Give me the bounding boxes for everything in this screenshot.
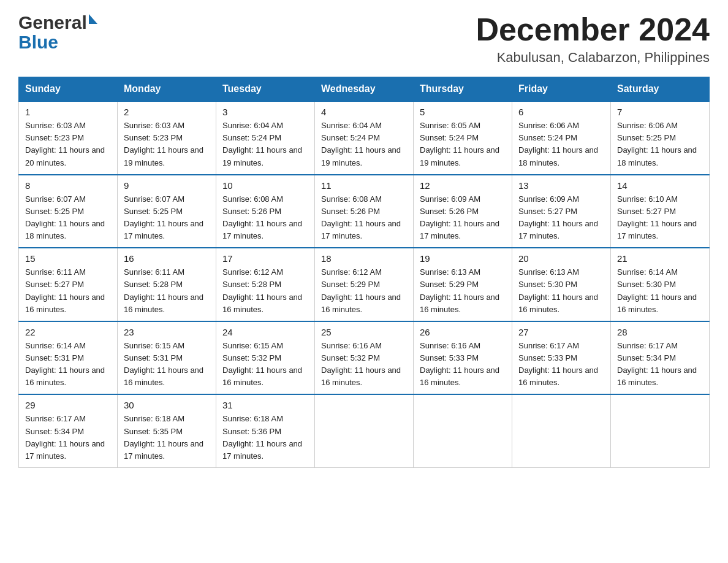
col-tuesday: Tuesday (216, 77, 315, 102)
calendar-header-row: Sunday Monday Tuesday Wednesday Thursday… (19, 77, 710, 102)
day-info: Sunrise: 6:17 AMSunset: 5:33 PMDaylight:… (518, 340, 604, 389)
day-number: 30 (124, 400, 210, 410)
calendar-cell: 30Sunrise: 6:18 AMSunset: 5:35 PMDayligh… (118, 394, 216, 467)
page-header: General Blue December 2024 Kabulusan, Ca… (18, 12, 710, 66)
calendar-cell: 26Sunrise: 6:16 AMSunset: 5:33 PMDayligh… (414, 321, 512, 395)
calendar-cell: 21Sunrise: 6:14 AMSunset: 5:30 PMDayligh… (611, 248, 710, 321)
day-info: Sunrise: 6:13 AMSunset: 5:29 PMDaylight:… (420, 266, 506, 316)
title-block: December 2024 Kabulusan, Calabarzon, Phi… (476, 12, 710, 66)
logo-blue-text: Blue (18, 33, 58, 52)
calendar-week-4: 22Sunrise: 6:14 AMSunset: 5:31 PMDayligh… (19, 321, 710, 395)
day-number: 22 (25, 327, 111, 337)
calendar-cell: 28Sunrise: 6:17 AMSunset: 5:34 PMDayligh… (611, 321, 710, 395)
calendar-cell: 22Sunrise: 6:14 AMSunset: 5:31 PMDayligh… (19, 321, 118, 395)
calendar-cell: 18Sunrise: 6:12 AMSunset: 5:29 PMDayligh… (315, 248, 414, 321)
col-saturday: Saturday (611, 77, 710, 102)
day-info: Sunrise: 6:06 AMSunset: 5:24 PMDaylight:… (518, 120, 604, 169)
day-number: 27 (518, 327, 604, 337)
day-info: Sunrise: 6:04 AMSunset: 5:24 PMDaylight:… (222, 120, 308, 169)
day-info: Sunrise: 6:16 AMSunset: 5:32 PMDaylight:… (321, 340, 407, 389)
calendar-cell: 20Sunrise: 6:13 AMSunset: 5:30 PMDayligh… (512, 248, 611, 321)
logo-general-text: General (18, 12, 87, 33)
day-info: Sunrise: 6:07 AMSunset: 5:25 PMDaylight:… (124, 193, 210, 243)
day-number: 20 (518, 253, 604, 264)
day-number: 16 (124, 253, 210, 264)
calendar-cell: 25Sunrise: 6:16 AMSunset: 5:32 PMDayligh… (315, 321, 414, 395)
day-number: 1 (25, 107, 111, 117)
day-number: 21 (617, 253, 703, 264)
day-info: Sunrise: 6:07 AMSunset: 5:25 PMDaylight:… (25, 193, 111, 243)
day-info: Sunrise: 6:12 AMSunset: 5:29 PMDaylight:… (321, 266, 407, 316)
logo-arrow-icon (89, 14, 97, 24)
calendar-cell: 15Sunrise: 6:11 AMSunset: 5:27 PMDayligh… (19, 248, 118, 321)
calendar-cell: 29Sunrise: 6:17 AMSunset: 5:34 PMDayligh… (19, 394, 118, 467)
calendar-cell: 8Sunrise: 6:07 AMSunset: 5:25 PMDaylight… (19, 175, 118, 248)
day-info: Sunrise: 6:08 AMSunset: 5:26 PMDaylight:… (321, 193, 407, 243)
day-number: 31 (222, 400, 308, 410)
day-number: 2 (124, 107, 210, 117)
day-number: 13 (518, 180, 604, 191)
day-info: Sunrise: 6:08 AMSunset: 5:26 PMDaylight:… (222, 193, 308, 243)
calendar-cell: 17Sunrise: 6:12 AMSunset: 5:28 PMDayligh… (216, 248, 315, 321)
day-info: Sunrise: 6:14 AMSunset: 5:31 PMDaylight:… (25, 340, 111, 389)
day-number: 24 (222, 327, 308, 337)
day-number: 25 (321, 327, 407, 337)
location-title: Kabulusan, Calabarzon, Philippines (476, 50, 710, 66)
col-monday: Monday (118, 77, 216, 102)
day-number: 6 (518, 107, 604, 117)
calendar-cell: 3Sunrise: 6:04 AMSunset: 5:24 PMDaylight… (216, 101, 315, 175)
calendar-cell: 23Sunrise: 6:15 AMSunset: 5:31 PMDayligh… (118, 321, 216, 395)
calendar-cell: 11Sunrise: 6:08 AMSunset: 5:26 PMDayligh… (315, 175, 414, 248)
calendar-cell: 5Sunrise: 6:05 AMSunset: 5:24 PMDaylight… (414, 101, 512, 175)
day-info: Sunrise: 6:16 AMSunset: 5:33 PMDaylight:… (420, 340, 506, 389)
day-info: Sunrise: 6:09 AMSunset: 5:26 PMDaylight:… (420, 193, 506, 243)
day-info: Sunrise: 6:11 AMSunset: 5:27 PMDaylight:… (25, 266, 111, 316)
day-info: Sunrise: 6:14 AMSunset: 5:30 PMDaylight:… (617, 266, 703, 316)
calendar-week-5: 29Sunrise: 6:17 AMSunset: 5:34 PMDayligh… (19, 394, 710, 467)
day-number: 18 (321, 253, 407, 264)
calendar-cell: 12Sunrise: 6:09 AMSunset: 5:26 PMDayligh… (414, 175, 512, 248)
day-number: 14 (617, 180, 703, 191)
day-number: 28 (617, 327, 703, 337)
calendar-cell: 6Sunrise: 6:06 AMSunset: 5:24 PMDaylight… (512, 101, 611, 175)
calendar-cell: 19Sunrise: 6:13 AMSunset: 5:29 PMDayligh… (414, 248, 512, 321)
calendar-cell: 9Sunrise: 6:07 AMSunset: 5:25 PMDaylight… (118, 175, 216, 248)
day-number: 17 (222, 253, 308, 264)
day-info: Sunrise: 6:15 AMSunset: 5:31 PMDaylight:… (124, 340, 210, 389)
day-number: 11 (321, 180, 407, 191)
day-number: 19 (420, 253, 506, 264)
day-info: Sunrise: 6:18 AMSunset: 5:36 PMDaylight:… (222, 413, 308, 462)
calendar-cell: 14Sunrise: 6:10 AMSunset: 5:27 PMDayligh… (611, 175, 710, 248)
calendar-cell (512, 394, 611, 467)
calendar-cell: 31Sunrise: 6:18 AMSunset: 5:36 PMDayligh… (216, 394, 315, 467)
day-number: 23 (124, 327, 210, 337)
calendar-cell: 1Sunrise: 6:03 AMSunset: 5:23 PMDaylight… (19, 101, 118, 175)
day-info: Sunrise: 6:18 AMSunset: 5:35 PMDaylight:… (124, 413, 210, 462)
col-friday: Friday (512, 77, 611, 102)
day-info: Sunrise: 6:17 AMSunset: 5:34 PMDaylight:… (25, 413, 111, 462)
day-info: Sunrise: 6:13 AMSunset: 5:30 PMDaylight:… (518, 266, 604, 316)
day-info: Sunrise: 6:06 AMSunset: 5:25 PMDaylight:… (617, 120, 703, 169)
day-number: 5 (420, 107, 506, 117)
calendar-cell: 4Sunrise: 6:04 AMSunset: 5:24 PMDaylight… (315, 101, 414, 175)
logo: General Blue (18, 12, 97, 52)
day-number: 12 (420, 180, 506, 191)
calendar-cell: 13Sunrise: 6:09 AMSunset: 5:27 PMDayligh… (512, 175, 611, 248)
calendar-cell: 2Sunrise: 6:03 AMSunset: 5:23 PMDaylight… (118, 101, 216, 175)
day-info: Sunrise: 6:03 AMSunset: 5:23 PMDaylight:… (25, 120, 111, 169)
day-number: 15 (25, 253, 111, 264)
day-info: Sunrise: 6:03 AMSunset: 5:23 PMDaylight:… (124, 120, 210, 169)
day-info: Sunrise: 6:09 AMSunset: 5:27 PMDaylight:… (518, 193, 604, 243)
col-sunday: Sunday (19, 77, 118, 102)
calendar-cell (315, 394, 414, 467)
calendar-cell: 24Sunrise: 6:15 AMSunset: 5:32 PMDayligh… (216, 321, 315, 395)
day-info: Sunrise: 6:10 AMSunset: 5:27 PMDaylight:… (617, 193, 703, 243)
day-info: Sunrise: 6:04 AMSunset: 5:24 PMDaylight:… (321, 120, 407, 169)
day-info: Sunrise: 6:11 AMSunset: 5:28 PMDaylight:… (124, 266, 210, 316)
day-number: 29 (25, 400, 111, 410)
col-thursday: Thursday (414, 77, 512, 102)
calendar-cell: 10Sunrise: 6:08 AMSunset: 5:26 PMDayligh… (216, 175, 315, 248)
calendar-cell (611, 394, 710, 467)
calendar-cell: 27Sunrise: 6:17 AMSunset: 5:33 PMDayligh… (512, 321, 611, 395)
day-number: 7 (617, 107, 703, 117)
